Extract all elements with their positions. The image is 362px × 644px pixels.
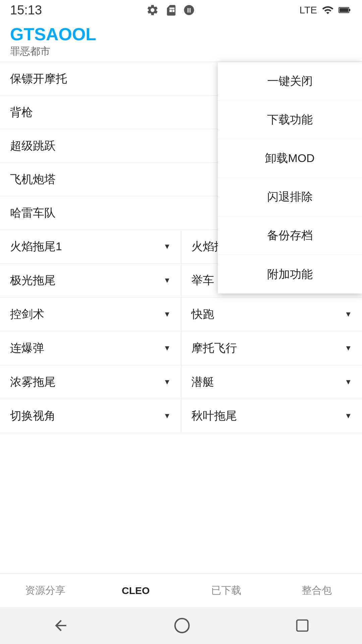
app-title: GTSAOOL [10,25,352,44]
tab-pack[interactable]: 整合包 [272,574,362,607]
dropdown-arrow: ▼ [164,242,171,251]
dropdown-arrow: ▼ [345,378,352,386]
system-nav-bar [0,607,362,644]
signal-icon [322,4,334,16]
back-button[interactable] [52,617,69,634]
dropdown-arrow: ▼ [164,276,171,285]
status-right: LTE [299,4,352,16]
feature-item-chain-bomb[interactable]: 连爆弹 ▼ [0,331,181,365]
dropdown-arrow: ▼ [164,344,171,353]
feature-item-aurora-trail[interactable]: 极光拖尾 ▼ [0,264,181,297]
dropdown-arrow: ▼ [164,310,171,319]
main-content: 保镖开摩托 ▼ 背枪 ▼ 超级跳跃 ▼ 飞机炮塔 ▼ 哈雷车队 ▼ 火焰拖尾1 … [0,62,362,433]
feature-item-switch-view[interactable]: 切换视角 ▼ [0,399,181,433]
app-header: GTSAOOL 罪恶都市 [0,20,362,62]
svg-rect-1 [349,9,350,11]
feature-label: 控剑术 [10,307,44,322]
menu-item-backup-save[interactable]: 备份存档 [218,216,362,255]
menu-item-extra-features[interactable]: 附加功能 [218,255,362,293]
lte-label: LTE [299,4,317,16]
tab-downloaded[interactable]: 已下载 [181,574,272,607]
feature-label: 连爆弹 [10,340,44,356]
feature-item-moto-fly[interactable]: 摩托飞行 ▼ [181,331,362,365]
feature-label: 快跑 [191,307,214,322]
blocked-icon [183,4,195,16]
bottom-nav: 资源分享 CLEO 已下载 整合包 [0,574,362,607]
feature-item-sprint[interactable]: 快跑 ▼ [181,298,362,331]
feature-label: 极光拖尾 [10,273,56,288]
svg-rect-4 [297,620,308,631]
svg-point-3 [175,619,189,633]
feature-item-sword-control[interactable]: 控剑术 ▼ [0,298,181,331]
feature-item-submarine[interactable]: 潜艇 ▼ [181,365,362,399]
dropdown-arrow: ▼ [345,412,352,420]
dropdown-arrow: ▼ [345,310,352,319]
recents-button[interactable] [295,618,310,633]
feature-row-view: 切换视角 ▼ 秋叶拖尾 ▼ [0,399,362,433]
feature-label: 摩托飞行 [191,340,237,356]
sim-icon [165,4,177,16]
tab-resource-share[interactable]: 资源分享 [0,574,90,607]
feature-label: 超级跳跃 [10,138,56,154]
feature-label: 浓雾拖尾 [10,374,56,390]
dropdown-menu: 一键关闭 下载功能 卸载MOD 闪退排除 备份存档 附加功能 [218,62,362,293]
menu-item-download-feature[interactable]: 下载功能 [218,101,362,139]
battery-icon [339,4,352,16]
gear-icon [146,4,159,16]
home-button[interactable] [174,617,190,634]
tab-cleo[interactable]: CLEO [90,574,181,607]
dropdown-arrow: ▼ [345,344,352,353]
menu-item-uninstall-mod[interactable]: 卸载MOD [218,139,362,178]
feature-label: 潜艇 [191,374,214,390]
feature-item-fog-trail[interactable]: 浓雾拖尾 ▼ [0,365,181,399]
menu-item-one-click-close[interactable]: 一键关闭 [218,62,362,101]
dropdown-arrow: ▼ [164,378,171,386]
feature-label: 飞机炮塔 [10,172,56,187]
feature-label: 哈雷车队 [10,205,56,221]
status-bar: 15:13 LTE [0,0,362,20]
feature-label: 背枪 [10,105,33,120]
feature-label: 火焰拖尾1 [10,239,62,254]
dropdown-arrow: ▼ [164,412,171,420]
feature-item-flame-trail-1[interactable]: 火焰拖尾1 ▼ [0,230,181,263]
feature-label: 秋叶拖尾 [191,408,237,424]
svg-rect-2 [340,8,348,12]
status-icons-left [146,4,195,16]
app-subtitle: 罪恶都市 [10,45,352,58]
feature-label: 切换视角 [10,408,56,424]
feature-item-autumn-trail[interactable]: 秋叶拖尾 ▼ [181,399,362,433]
feature-row-sword: 控剑术 ▼ 快跑 ▼ [0,298,362,331]
status-time: 15:13 [10,3,42,17]
feature-row-fog: 浓雾拖尾 ▼ 潜艇 ▼ [0,365,362,399]
feature-label: 举车 [191,273,214,288]
feature-row-bomb: 连爆弹 ▼ 摩托飞行 ▼ [0,331,362,365]
feature-label: 保镖开摩托 [10,71,67,87]
menu-item-crash-fix[interactable]: 闪退排除 [218,178,362,216]
